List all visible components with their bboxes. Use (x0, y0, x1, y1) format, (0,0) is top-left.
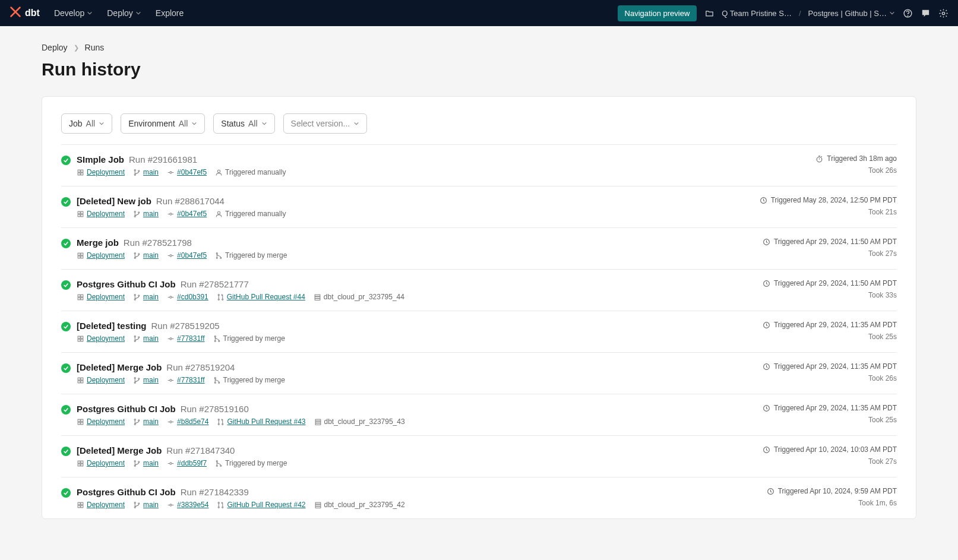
env-link[interactable]: Deployment (87, 376, 125, 384)
pr-link[interactable]: GitHub Pull Request #44 (227, 293, 305, 301)
commit-link[interactable]: #ddb59f7 (177, 459, 207, 467)
branch-link[interactable]: main (143, 417, 159, 426)
svg-rect-37 (78, 298, 80, 300)
run-row[interactable]: [Deleted] Merge Job Run #278519204 Deplo… (61, 352, 897, 394)
schema-icon (314, 501, 322, 509)
commit-link[interactable]: #cd0b391 (177, 293, 208, 301)
trigger-meta: Triggered by merge (213, 376, 285, 384)
svg-rect-85 (315, 419, 321, 421)
run-row[interactable]: [Deleted] New job Run #288617044 Deploym… (61, 186, 897, 227)
run-left: [Deleted] testing Run #278519205 Deploym… (61, 321, 285, 343)
job-filter[interactable]: Job All (61, 113, 112, 134)
pr-link[interactable]: GitHub Pull Request #42 (227, 501, 305, 509)
commit-link[interactable]: #3839e54 (177, 501, 208, 509)
env-link[interactable]: Deployment (87, 459, 125, 467)
svg-point-81 (170, 420, 172, 422)
job-name: Postgres Github CI Job (77, 404, 176, 414)
help-icon[interactable] (902, 8, 913, 18)
env-link[interactable]: Deployment (87, 334, 125, 343)
filters-row: Job All Environment All Status All Selec… (61, 113, 897, 134)
run-row[interactable]: Postgres Github CI Job Run #278521777 De… (61, 269, 897, 311)
run-info: [Deleted] New job Run #288617044 Deploym… (77, 196, 286, 218)
run-right: Triggered Apr 29, 2024, 11:35 AM PDT Too… (763, 404, 897, 424)
runs-card: Job All Environment All Status All Selec… (42, 96, 916, 519)
schema-text: dbt_cloud_pr_323795_43 (324, 417, 405, 426)
pr-link[interactable]: GitHub Pull Request #43 (227, 417, 305, 426)
chevron-down-icon (191, 119, 197, 128)
navigation-preview-button[interactable]: Navigation preview (618, 5, 697, 21)
run-row[interactable]: Merge job Run #278521798 Deploymentmain#… (61, 227, 897, 269)
triggered-time: Triggered Apr 29, 2024, 11:35 AM PDT (763, 362, 897, 371)
svg-point-39 (134, 294, 135, 295)
run-row[interactable]: Postgres Github CI Job Run #271842339 De… (61, 477, 897, 518)
svg-rect-113 (315, 504, 321, 506)
branch-link[interactable]: main (143, 168, 159, 176)
commit-meta: #b8d5e74 (167, 417, 208, 426)
run-row[interactable]: SImple Job Run #291661981 Deploymentmain… (61, 144, 897, 186)
nav-develop[interactable]: Develop (54, 8, 93, 18)
run-title-line: [Deleted] New job Run #288617044 (77, 196, 286, 206)
settings-icon[interactable] (938, 8, 948, 18)
run-row[interactable]: Postgres Github CI Job Run #278519160 De… (61, 394, 897, 435)
pull-request-icon (217, 293, 225, 301)
branch-link[interactable]: main (143, 376, 159, 384)
branch-link[interactable]: main (143, 459, 159, 467)
svg-rect-48 (315, 298, 320, 300)
run-left: [Deleted] Merge Job Run #278519204 Deplo… (61, 362, 285, 384)
breadcrumb-runs[interactable]: Runs (85, 43, 105, 52)
env-link[interactable]: Deployment (87, 168, 125, 176)
connection-label: Postgres | Github | S… (808, 9, 887, 18)
svg-rect-62 (78, 378, 80, 380)
chat-icon[interactable] (920, 8, 931, 18)
environment-icon (77, 210, 84, 218)
commit-link[interactable]: #77831ff (177, 376, 205, 384)
logo[interactable]: dbt (10, 6, 40, 21)
nav-explore[interactable]: Explore (156, 8, 184, 18)
connection-selector[interactable]: Postgres | Github | S… (808, 9, 895, 18)
env-link[interactable]: Deployment (87, 501, 125, 509)
env-link[interactable]: Deployment (87, 293, 125, 301)
commit-link[interactable]: #b8d5e74 (177, 417, 208, 426)
status-filter[interactable]: Status All (213, 113, 274, 134)
branch-link[interactable]: main (143, 210, 159, 218)
svg-rect-5 (78, 173, 80, 175)
run-id: Run #278519160 (181, 404, 249, 414)
breadcrumb-deploy[interactable]: Deploy (42, 43, 68, 52)
schema-icon (314, 418, 322, 426)
run-info: [Deleted] Merge Job Run #278519204 Deplo… (77, 362, 285, 384)
svg-rect-86 (315, 421, 321, 423)
run-title-line: [Deleted] Merge Job Run #278519204 (77, 362, 285, 372)
status-success-icon (61, 156, 71, 165)
person-icon (215, 210, 223, 218)
branch-link[interactable]: main (143, 501, 159, 509)
commit-link[interactable]: #0b47ef5 (177, 168, 207, 176)
run-info: Postgres Github CI Job Run #278521777 De… (77, 279, 404, 301)
svg-point-105 (134, 502, 135, 503)
version-filter[interactable]: Select version... (283, 113, 368, 134)
commit-icon (167, 377, 175, 384)
env-link[interactable]: Deployment (87, 251, 125, 260)
env-link[interactable]: Deployment (87, 417, 125, 426)
env-link[interactable]: Deployment (87, 210, 125, 218)
commit-link[interactable]: #0b47ef5 (177, 251, 207, 260)
branch-link[interactable]: main (143, 251, 159, 260)
project-selector[interactable]: Q Team Pristine S… (722, 9, 792, 18)
run-row[interactable]: [Deleted] testing Run #278519205 Deploym… (61, 311, 897, 352)
commit-link[interactable]: #0b47ef5 (177, 210, 207, 218)
run-row[interactable]: [Deleted] Merge Job Run #271847340 Deplo… (61, 435, 897, 477)
schema-meta: dbt_cloud_pr_323795_44 (314, 293, 404, 301)
triggered-time: Triggered Apr 29, 2024, 11:50 AM PDT (763, 279, 897, 287)
svg-point-58 (214, 336, 216, 337)
meta-line: Deploymentmain#cd0b391GitHub Pull Reques… (77, 293, 404, 301)
run-title-line: Postgres Github CI Job Run #271842339 (77, 487, 405, 497)
svg-rect-23 (78, 253, 80, 255)
branch-link[interactable]: main (143, 293, 159, 301)
run-title-line: Postgres Github CI Job Run #278521777 (77, 279, 404, 289)
svg-point-59 (214, 340, 216, 341)
commit-link[interactable]: #77831ff (177, 334, 205, 343)
meta-line: Deploymentmain#b8d5e74GitHub Pull Reques… (77, 417, 405, 426)
branch-link[interactable]: main (143, 334, 159, 343)
nav-deploy[interactable]: Deploy (107, 8, 141, 18)
meta-line: Deploymentmain#3839e54GitHub Pull Reques… (77, 501, 405, 509)
environment-filter[interactable]: Environment All (121, 113, 205, 134)
